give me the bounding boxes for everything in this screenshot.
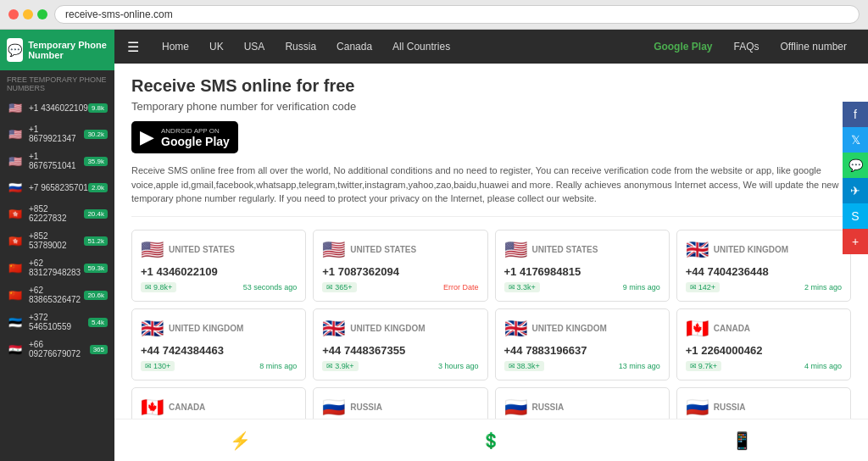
- nav-link-home[interactable]: Home: [152, 30, 199, 64]
- nav-link-all-countries[interactable]: All Countries: [382, 30, 460, 64]
- message-icon: ✉: [509, 283, 515, 292]
- sidebar-phone: +62 83127948283: [29, 258, 84, 277]
- menu-icon[interactable]: ☰: [127, 39, 139, 55]
- country-label: UNITED KINGDOM: [532, 324, 607, 333]
- close-button[interactable]: [8, 9, 19, 19]
- phone-card[interactable]: 🇬🇧 UNITED KINGDOM +44 7424384463 ✉ 130+ …: [131, 308, 306, 380]
- sidebar-item[interactable]: 🇨🇳 +62 83127948283 59.3k: [0, 254, 114, 281]
- sidebar-item[interactable]: 🇭🇰 +852 53789002 51.2k: [0, 227, 114, 254]
- flag-icon: 🇺🇸: [322, 239, 345, 261]
- time-label: 3 hours ago: [438, 362, 479, 370]
- phone-card[interactable]: 🇺🇸 UNITED STATES +1 4346022109 ✉ 9.8k+ 5…: [131, 230, 306, 302]
- sidebar-item[interactable]: 🇸🇾 +66 09276679072 365: [0, 336, 114, 363]
- message-icon: ✉: [690, 283, 697, 292]
- time-label: 53 seconds ago: [243, 283, 298, 292]
- nav-link-uk[interactable]: UK: [199, 30, 234, 64]
- google-play-nav-link[interactable]: Google Play: [645, 41, 721, 53]
- country-label: UNITED KINGDOM: [350, 324, 425, 333]
- message-count-badge: ✉ 9.7k+: [686, 361, 721, 371]
- social-bar: f𝕏💬✈S+: [843, 102, 868, 254]
- message-count-badge: 20.6k: [84, 291, 108, 300]
- flag-icon: 🇬🇧: [504, 318, 527, 340]
- sidebar-item[interactable]: 🇨🇳 +62 83865326472 20.6k: [0, 281, 114, 308]
- minimize-button[interactable]: [23, 9, 33, 19]
- twitter-icon[interactable]: 𝕏: [843, 127, 868, 153]
- country-label: CANADA: [714, 324, 750, 333]
- mobile-icon[interactable]: 📱: [732, 430, 753, 451]
- phone-number: +1 2264000462: [686, 344, 842, 357]
- phone-card[interactable]: 🇺🇸 UNITED STATES +1 4176984815 ✉ 3.3k+ 9…: [495, 230, 670, 302]
- app-logo: 💬: [7, 38, 23, 62]
- phone-number: +1 4346022109: [141, 265, 297, 278]
- message-count-badge: 20.4k: [84, 209, 108, 219]
- country-label: RUSSIA: [350, 403, 382, 412]
- phone-number: +44 7883196637: [504, 344, 660, 357]
- message-icon: ✉: [326, 283, 333, 292]
- offline-number-link[interactable]: Offline number: [772, 41, 856, 53]
- top-nav: ☰ HomeUKUSARussiaCanadaAll Countries Goo…: [114, 30, 868, 64]
- faqs-link[interactable]: FAQs: [725, 41, 767, 53]
- country-label: UNITED STATES: [532, 245, 598, 254]
- flag-icon: 🇸🇾: [7, 341, 24, 358]
- phone-number: +44 7448367355: [322, 344, 478, 357]
- sidebar-phone: +66 09276679072: [29, 340, 90, 358]
- page-title: Receive SMS online for free: [131, 76, 851, 96]
- phone-card[interactable]: 🇬🇧 UNITED KINGDOM +44 7404236448 ✉ 142+ …: [676, 230, 851, 302]
- content-area: Receive SMS online for free Temporary ph…: [114, 64, 868, 461]
- sidebar-title: Temporary Phone Number: [28, 40, 108, 60]
- time-label: 13 mins ago: [619, 362, 660, 370]
- sidebar-phone: +7 9658235701: [29, 183, 88, 192]
- sidebar-phone: +1 4346022109: [29, 103, 88, 113]
- whatsapp-icon[interactable]: 💬: [843, 153, 868, 178]
- phone-card[interactable]: 🇬🇧 UNITED KINGDOM +44 7883196637 ✉ 38.3k…: [495, 308, 670, 380]
- sidebar-item[interactable]: 🇺🇸 +1 8676751041 35.9k: [0, 147, 114, 175]
- nav-link-canada[interactable]: Canada: [326, 30, 382, 64]
- sidebar-items: 🇺🇸 +1 4346022109 9.8k 🇺🇸 +1 8679921347 3…: [0, 95, 114, 363]
- flag-icon: 🇨🇳: [7, 286, 24, 303]
- address-bar[interactable]: receive-sms-online.com: [54, 5, 860, 24]
- sidebar-item[interactable]: 🇭🇰 +852 62227832 20.4k: [0, 200, 114, 227]
- flag-icon: 🇬🇧: [322, 318, 345, 340]
- skype-icon[interactable]: S: [843, 203, 868, 229]
- message-count-badge: ✉ 142+: [686, 282, 720, 292]
- time-label: Error Date: [443, 283, 479, 292]
- flag-icon: 🇺🇸: [7, 153, 24, 169]
- add-social-icon[interactable]: +: [843, 229, 868, 254]
- flag-icon: 🇺🇸: [141, 239, 164, 261]
- phone-number: +44 7424384463: [141, 344, 297, 357]
- flag-icon: 🇺🇸: [504, 239, 527, 261]
- nav-link-russia[interactable]: Russia: [275, 30, 326, 64]
- sidebar-section-label: Free temporary phone numbers: [0, 70, 114, 95]
- message-count-badge: ✉ 365+: [322, 282, 356, 292]
- sidebar-item[interactable]: 🇺🇸 +1 8679921347 30.2k: [0, 120, 114, 147]
- sidebar-item[interactable]: 🇪🇪 +372 546510559 5.4k: [0, 308, 114, 336]
- flash-icon[interactable]: ⚡: [230, 430, 251, 451]
- message-icon: ✉: [145, 283, 152, 292]
- sidebar-phone: +852 53789002: [29, 231, 84, 250]
- message-count-badge: 51.2k: [84, 236, 108, 246]
- message-count-badge: 35.9k: [84, 157, 108, 166]
- message-count-badge: ✉ 3.3k+: [504, 282, 540, 292]
- flag-icon: 🇷🇺: [7, 179, 24, 196]
- message-count-badge: 5.4k: [88, 318, 108, 327]
- nav-link-usa[interactable]: USA: [234, 30, 275, 64]
- phone-card[interactable]: 🇺🇸 UNITED STATES +1 7087362094 ✉ 365+ Er…: [313, 230, 487, 302]
- phone-card[interactable]: 🇨🇦 CANADA +1 2264000462 ✉ 9.7k+ 4 mins a…: [676, 308, 851, 380]
- phone-card[interactable]: 🇬🇧 UNITED KINGDOM +44 7448367355 ✉ 3.9k+…: [313, 308, 487, 380]
- sidebar-phone: +852 62227832: [29, 204, 84, 223]
- maximize-button[interactable]: [37, 9, 47, 19]
- flag-icon: 🇨🇦: [686, 318, 709, 340]
- flag-icon: 🇪🇪: [7, 314, 24, 330]
- sidebar-phone: +372 546510559: [29, 313, 88, 331]
- country-label: UNITED KINGDOM: [169, 324, 243, 333]
- sidebar-item[interactable]: 🇺🇸 +1 4346022109 9.8k: [0, 95, 114, 120]
- telegram-icon[interactable]: ✈: [843, 178, 868, 203]
- no-payment-icon[interactable]: 💲: [481, 431, 500, 450]
- message-icon: ✉: [509, 362, 515, 370]
- time-label: 8 mins ago: [259, 362, 297, 370]
- google-play-badge[interactable]: ▶ ANDROID APP ON Google Play: [131, 121, 238, 153]
- message-count-badge: 59.3k: [84, 264, 108, 273]
- message-count-badge: 2.0k: [88, 183, 108, 192]
- sidebar-item[interactable]: 🇷🇺 +7 9658235701 2.0k: [0, 175, 114, 200]
- facebook-icon[interactable]: f: [843, 102, 868, 127]
